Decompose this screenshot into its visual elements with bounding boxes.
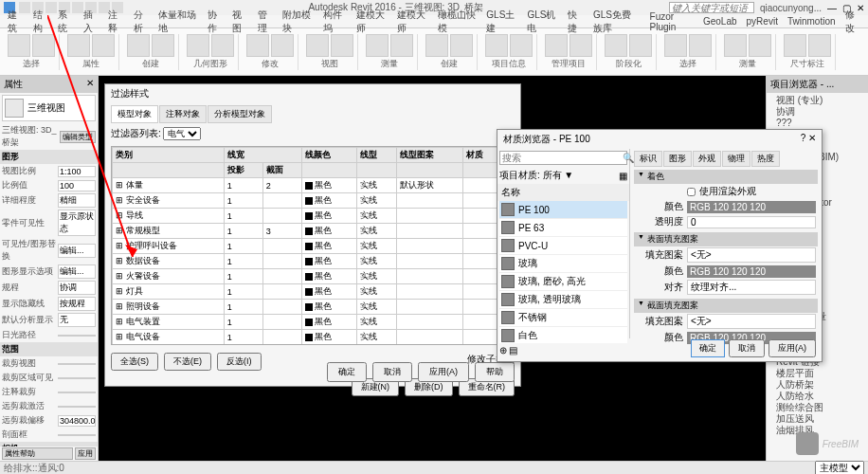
- ribbon-tab[interactable]: Fuzor Plugin: [646, 11, 697, 32]
- ribbon-tab[interactable]: 建模大师: [353, 9, 391, 35]
- cancel-button[interactable]: 取消: [372, 362, 412, 382]
- material-item[interactable]: 玻璃, 透明玻璃: [499, 291, 627, 309]
- ribbon-button[interactable]: [808, 34, 831, 57]
- ribbon-tab[interactable]: GLS机电: [523, 9, 562, 35]
- material-item[interactable]: 玻璃: [499, 255, 627, 273]
- ribbon-button[interactable]: [271, 34, 294, 57]
- material-item[interactable]: PE 63: [499, 219, 627, 237]
- workset-combo[interactable]: 主模型: [815, 461, 864, 474]
- apply-button[interactable]: 应用(A): [769, 339, 816, 357]
- tree-item[interactable]: ???: [769, 118, 866, 129]
- dialog-tab[interactable]: 注释对象: [159, 105, 207, 123]
- property-value[interactable]: 编辑...: [58, 244, 96, 258]
- ribbon-button[interactable]: [545, 34, 568, 57]
- material-section[interactable]: 着色: [634, 170, 818, 184]
- ribbon-button[interactable]: [570, 34, 592, 57]
- color-value[interactable]: RGB 120 120 120: [687, 201, 816, 213]
- ribbon-tab[interactable]: 体量和场地: [154, 9, 201, 35]
- user-menu[interactable]: qiaocunyong...: [760, 3, 822, 13]
- close-icon[interactable]: ✕: [86, 78, 94, 91]
- help-icon[interactable]: ?: [801, 133, 806, 143]
- ribbon-button[interactable]: [784, 34, 806, 57]
- edit-type-button[interactable]: 编辑类型: [60, 131, 96, 143]
- select-all-button[interactable]: 全选(S): [111, 353, 158, 371]
- category-table[interactable]: 类别线宽线颜色线型线型图案材质投影截面⊞ 体量12 黑色实线默认形状⊞ 安全设备…: [112, 147, 514, 345]
- library-icon[interactable]: ▤: [509, 345, 517, 356]
- dropdown-value[interactable]: 纹理对齐...: [687, 280, 816, 295]
- property-value[interactable]: [58, 406, 96, 408]
- checkbox[interactable]: [687, 188, 696, 196]
- ribbon-button[interactable]: [32, 34, 55, 57]
- material-tab[interactable]: 图形: [663, 151, 692, 167]
- ribbon-tab[interactable]: 橄榄山快模: [434, 9, 480, 35]
- material-section[interactable]: 截面填充图案: [634, 299, 818, 313]
- ribbon-button[interactable]: [724, 34, 747, 57]
- property-value[interactable]: 304800.0: [58, 415, 96, 427]
- filter-select[interactable]: 电气: [163, 127, 201, 140]
- ribbon-button[interactable]: [450, 34, 473, 57]
- cancel-button[interactable]: 取消: [729, 339, 765, 357]
- ribbon-button[interactable]: [629, 34, 652, 57]
- material-item[interactable]: 白色: [499, 327, 627, 343]
- ribbon-tab[interactable]: 系统: [54, 9, 78, 35]
- material-tab[interactable]: 热度: [751, 151, 780, 167]
- property-value[interactable]: 100: [58, 180, 96, 191]
- close-icon[interactable]: ✕: [808, 133, 816, 143]
- select-none-button[interactable]: 不选(E): [164, 353, 211, 371]
- apply-button[interactable]: 应用: [75, 447, 96, 460]
- table-row[interactable]: ⊞ 体量12 黑色实线默认形状: [113, 178, 514, 193]
- table-row[interactable]: ⊞ 常规模型13 黑色实线: [113, 224, 514, 239]
- dialog-tab[interactable]: 分析模型对象: [208, 105, 272, 123]
- property-value[interactable]: [58, 392, 96, 393]
- ribbon-button[interactable]: [331, 34, 353, 57]
- ribbon-button[interactable]: [664, 34, 687, 57]
- material-item[interactable]: PE 100: [499, 201, 627, 219]
- ribbon-tab[interactable]: GLS免费族库: [589, 9, 644, 35]
- ribbon-button[interactable]: [127, 34, 150, 57]
- ribbon-tab[interactable]: GLS土建: [482, 9, 521, 35]
- ribbon-button[interactable]: [67, 34, 90, 57]
- table-row[interactable]: ⊞ 安全设备1 黑色实线: [113, 193, 514, 209]
- dialog-tab[interactable]: 模型对象: [111, 105, 158, 123]
- tree-item[interactable]: 视图 (专业): [769, 95, 866, 106]
- ribbon-tab[interactable]: 建模大师: [393, 9, 432, 35]
- ribbon-tab[interactable]: 修改: [841, 9, 865, 35]
- ribbon-tab[interactable]: pyRevit: [743, 16, 782, 27]
- slider-value[interactable]: 0: [687, 216, 816, 228]
- property-value[interactable]: 1:100: [58, 166, 96, 177]
- ribbon-tab[interactable]: 建筑: [4, 9, 27, 35]
- material-tab[interactable]: 物理: [722, 151, 750, 167]
- tree-item[interactable]: 协调: [769, 106, 866, 118]
- ribbon-tab[interactable]: 快捷: [564, 9, 588, 35]
- ribbon-tab[interactable]: Twinmotion: [784, 16, 840, 27]
- ribbon-button[interactable]: [8, 34, 30, 57]
- ribbon-tab[interactable]: 视图: [228, 9, 252, 35]
- add-material-icon[interactable]: ⊕: [499, 345, 507, 356]
- tree-item[interactable]: 人防给水: [769, 391, 866, 402]
- ribbon-tab[interactable]: GeoLab: [699, 16, 741, 27]
- property-value[interactable]: 协调: [58, 281, 96, 295]
- ribbon-button[interactable]: [485, 34, 508, 57]
- table-row[interactable]: ⊞ 电缆桥架3 黑色实线: [113, 345, 514, 346]
- dropdown-value[interactable]: <无>: [687, 314, 816, 329]
- table-row[interactable]: ⊞ 数据设备1 黑色实线: [113, 254, 514, 269]
- ribbon-tab[interactable]: 插入: [80, 9, 103, 35]
- ribbon-tab[interactable]: 分析: [130, 9, 154, 35]
- ribbon-button[interactable]: [92, 34, 115, 57]
- ribbon-button[interactable]: [425, 34, 448, 57]
- ribbon-button[interactable]: [306, 34, 329, 57]
- ribbon-tab[interactable]: 结构: [29, 9, 53, 35]
- dropdown-value[interactable]: <无>: [687, 247, 816, 263]
- property-value[interactable]: 精细: [58, 193, 96, 208]
- ribbon-tab[interactable]: 注释: [104, 9, 128, 35]
- property-value[interactable]: 显示原状态: [58, 210, 96, 236]
- property-value[interactable]: 编辑...: [58, 264, 96, 279]
- properties-help-button[interactable]: 属性帮助: [2, 447, 73, 460]
- property-value[interactable]: 按规程: [58, 297, 96, 311]
- invert-button[interactable]: 反选(I): [217, 353, 262, 371]
- ribbon-button[interactable]: [390, 34, 413, 57]
- ribbon-button[interactable]: [187, 34, 209, 57]
- property-value[interactable]: [58, 363, 96, 365]
- color-value[interactable]: RGB 120 120 120: [687, 265, 816, 278]
- table-row[interactable]: ⊞ 导线1 黑色实线: [113, 209, 514, 224]
